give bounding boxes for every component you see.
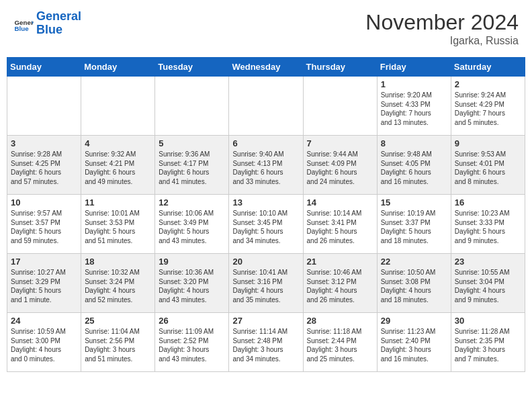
- day-info: Sunrise: 11:28 AM Sunset: 2:35 PM Daylig…: [455, 327, 521, 363]
- day-info: Sunrise: 10:01 AM Sunset: 3:53 PM Daylig…: [85, 209, 151, 245]
- calendar-day-16: 16Sunrise: 10:23 AM Sunset: 3:33 PM Dayl…: [451, 195, 525, 254]
- calendar-week-row: 17Sunrise: 10:27 AM Sunset: 3:29 PM Dayl…: [7, 254, 525, 313]
- calendar-day-empty: [81, 77, 155, 136]
- day-number: 22: [381, 257, 447, 267]
- calendar-day-29: 29Sunrise: 11:23 AM Sunset: 2:40 PM Dayl…: [377, 313, 451, 372]
- calendar-day-empty: [229, 77, 303, 136]
- day-info: Sunrise: 9:48 AM Sunset: 4:05 PM Dayligh…: [381, 150, 447, 186]
- calendar-day-25: 25Sunrise: 11:04 AM Sunset: 2:56 PM Dayl…: [81, 313, 155, 372]
- day-number: 18: [85, 257, 151, 267]
- page-header: General Blue General Blue November 2024 …: [7, 7, 525, 50]
- calendar-week-row: 1Sunrise: 9:20 AM Sunset: 4:33 PM Daylig…: [7, 77, 525, 136]
- calendar-day-22: 22Sunrise: 10:50 AM Sunset: 3:08 PM Dayl…: [377, 254, 451, 313]
- calendar-day-24: 24Sunrise: 10:59 AM Sunset: 3:00 PM Dayl…: [7, 313, 81, 372]
- weekday-header-wednesday: Wednesday: [229, 58, 303, 77]
- day-info: Sunrise: 10:55 AM Sunset: 3:04 PM Daylig…: [455, 268, 521, 304]
- day-info: Sunrise: 11:04 AM Sunset: 2:56 PM Daylig…: [85, 327, 151, 363]
- title-area: November 2024 Igarka, Russia: [365, 10, 519, 47]
- day-info: Sunrise: 9:20 AM Sunset: 4:33 PM Dayligh…: [381, 91, 447, 127]
- calendar-day-13: 13Sunrise: 10:10 AM Sunset: 3:45 PM Dayl…: [229, 195, 303, 254]
- calendar-day-11: 11Sunrise: 10:01 AM Sunset: 3:53 PM Dayl…: [81, 195, 155, 254]
- day-number: 15: [381, 197, 447, 208]
- calendar-day-26: 26Sunrise: 11:09 AM Sunset: 2:52 PM Dayl…: [155, 313, 229, 372]
- logo-icon: General Blue: [13, 13, 34, 34]
- day-info: Sunrise: 11:14 AM Sunset: 2:48 PM Daylig…: [232, 327, 299, 363]
- calendar-day-20: 20Sunrise: 10:41 AM Sunset: 3:16 PM Dayl…: [229, 254, 303, 313]
- calendar-day-3: 3Sunrise: 9:28 AM Sunset: 4:25 PM Daylig…: [7, 136, 81, 195]
- day-info: Sunrise: 10:19 AM Sunset: 3:37 PM Daylig…: [381, 209, 447, 245]
- calendar-week-row: 3Sunrise: 9:28 AM Sunset: 4:25 PM Daylig…: [7, 136, 525, 195]
- day-number: 24: [11, 316, 77, 326]
- weekday-header-tuesday: Tuesday: [155, 58, 229, 77]
- day-info: Sunrise: 9:28 AM Sunset: 4:25 PM Dayligh…: [11, 150, 77, 186]
- day-number: 21: [307, 257, 373, 267]
- day-info: Sunrise: 10:23 AM Sunset: 3:33 PM Daylig…: [455, 209, 521, 245]
- day-info: Sunrise: 10:27 AM Sunset: 3:29 PM Daylig…: [11, 268, 77, 304]
- day-number: 2: [455, 79, 521, 89]
- calendar-day-1: 1Sunrise: 9:20 AM Sunset: 4:33 PM Daylig…: [377, 77, 451, 136]
- day-info: Sunrise: 10:46 AM Sunset: 3:12 PM Daylig…: [307, 268, 373, 304]
- day-number: 30: [455, 316, 521, 326]
- calendar-day-14: 14Sunrise: 10:14 AM Sunset: 3:41 PM Dayl…: [303, 195, 377, 254]
- calendar-day-9: 9Sunrise: 9:53 AM Sunset: 4:01 PM Daylig…: [451, 136, 525, 195]
- day-number: 25: [85, 316, 151, 326]
- day-info: Sunrise: 10:10 AM Sunset: 3:45 PM Daylig…: [232, 209, 299, 245]
- day-info: Sunrise: 10:36 AM Sunset: 3:20 PM Daylig…: [159, 268, 225, 304]
- calendar-day-10: 10Sunrise: 9:57 AM Sunset: 3:57 PM Dayli…: [7, 195, 81, 254]
- day-number: 13: [232, 197, 299, 208]
- day-number: 9: [455, 138, 521, 148]
- calendar-day-30: 30Sunrise: 11:28 AM Sunset: 2:35 PM Dayl…: [451, 313, 525, 372]
- day-number: 20: [232, 257, 299, 267]
- day-number: 11: [85, 197, 151, 208]
- day-number: 6: [232, 138, 299, 148]
- day-number: 3: [11, 138, 77, 148]
- day-info: Sunrise: 9:24 AM Sunset: 4:29 PM Dayligh…: [455, 91, 521, 127]
- calendar-day-empty: [7, 77, 81, 136]
- day-number: 1: [381, 79, 447, 89]
- svg-text:Blue: Blue: [15, 25, 30, 32]
- day-info: Sunrise: 10:14 AM Sunset: 3:41 PM Daylig…: [307, 209, 373, 245]
- day-number: 19: [159, 257, 225, 267]
- calendar-day-2: 2Sunrise: 9:24 AM Sunset: 4:29 PM Daylig…: [451, 77, 525, 136]
- day-info: Sunrise: 9:32 AM Sunset: 4:21 PM Dayligh…: [85, 150, 151, 186]
- day-info: Sunrise: 10:41 AM Sunset: 3:16 PM Daylig…: [232, 268, 299, 304]
- calendar-day-21: 21Sunrise: 10:46 AM Sunset: 3:12 PM Dayl…: [303, 254, 377, 313]
- weekday-header-friday: Friday: [377, 58, 451, 77]
- day-info: Sunrise: 9:44 AM Sunset: 4:09 PM Dayligh…: [307, 150, 373, 186]
- location: Igarka, Russia: [365, 35, 519, 47]
- weekday-header-sunday: Sunday: [7, 58, 81, 77]
- calendar: SundayMondayTuesdayWednesdayThursdayFrid…: [7, 57, 525, 372]
- day-info: Sunrise: 9:53 AM Sunset: 4:01 PM Dayligh…: [455, 150, 521, 186]
- calendar-week-row: 24Sunrise: 10:59 AM Sunset: 3:00 PM Dayl…: [7, 313, 525, 372]
- day-number: 4: [85, 138, 151, 148]
- calendar-day-19: 19Sunrise: 10:36 AM Sunset: 3:20 PM Dayl…: [155, 254, 229, 313]
- weekday-header-thursday: Thursday: [303, 58, 377, 77]
- day-number: 29: [381, 316, 447, 326]
- day-info: Sunrise: 9:36 AM Sunset: 4:17 PM Dayligh…: [159, 150, 225, 186]
- calendar-day-27: 27Sunrise: 11:14 AM Sunset: 2:48 PM Dayl…: [229, 313, 303, 372]
- day-number: 5: [159, 138, 225, 148]
- day-info: Sunrise: 11:18 AM Sunset: 2:44 PM Daylig…: [307, 327, 373, 363]
- day-number: 26: [159, 316, 225, 326]
- day-number: 27: [232, 316, 299, 326]
- day-info: Sunrise: 10:59 AM Sunset: 3:00 PM Daylig…: [11, 327, 77, 363]
- day-number: 10: [11, 197, 77, 208]
- weekday-header-monday: Monday: [81, 58, 155, 77]
- day-number: 16: [455, 197, 521, 208]
- calendar-day-5: 5Sunrise: 9:36 AM Sunset: 4:17 PM Daylig…: [155, 136, 229, 195]
- day-info: Sunrise: 11:23 AM Sunset: 2:40 PM Daylig…: [381, 327, 447, 363]
- calendar-day-empty: [303, 77, 377, 136]
- day-info: Sunrise: 9:40 AM Sunset: 4:13 PM Dayligh…: [232, 150, 299, 186]
- calendar-day-17: 17Sunrise: 10:27 AM Sunset: 3:29 PM Dayl…: [7, 254, 81, 313]
- logo: General Blue General Blue: [13, 10, 81, 37]
- day-number: 7: [307, 138, 373, 148]
- day-number: 28: [307, 316, 373, 326]
- calendar-day-8: 8Sunrise: 9:48 AM Sunset: 4:05 PM Daylig…: [377, 136, 451, 195]
- calendar-day-empty: [155, 77, 229, 136]
- calendar-day-7: 7Sunrise: 9:44 AM Sunset: 4:09 PM Daylig…: [303, 136, 377, 195]
- day-info: Sunrise: 10:32 AM Sunset: 3:24 PM Daylig…: [85, 268, 151, 304]
- day-number: 8: [381, 138, 447, 148]
- calendar-day-15: 15Sunrise: 10:19 AM Sunset: 3:37 PM Dayl…: [377, 195, 451, 254]
- calendar-day-28: 28Sunrise: 11:18 AM Sunset: 2:44 PM Dayl…: [303, 313, 377, 372]
- day-number: 12: [159, 197, 225, 208]
